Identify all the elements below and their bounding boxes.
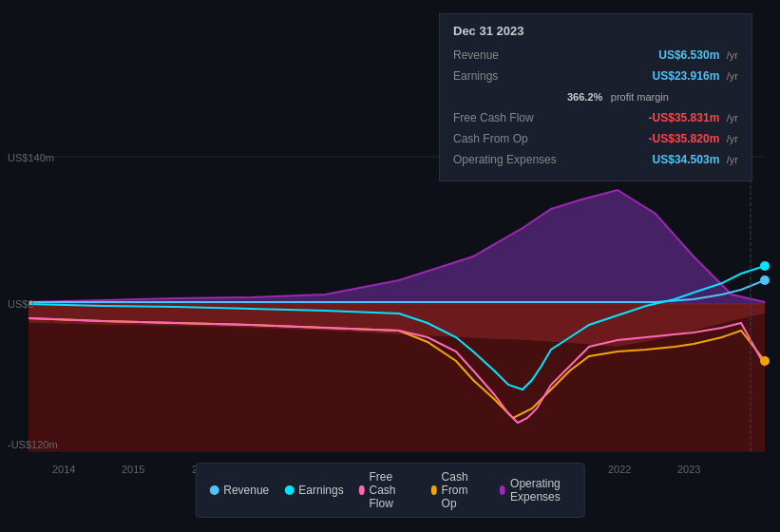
tooltip-row-cfo: Cash From Op -US$35.820m /yr <box>453 129 738 146</box>
tooltip-label-fcf: Free Cash Flow <box>453 111 567 124</box>
legend-item-fcf: Free Cash Flow <box>359 470 416 510</box>
legend-label-opex: Operating Expenses <box>510 477 571 504</box>
tooltip-unit-earnings: /yr <box>727 70 738 82</box>
chart-container: US$140m US$0 -US$120m 2014 2015 2016 201… <box>0 0 780 532</box>
svg-text:2023: 2023 <box>677 464 700 475</box>
legend-dot-earnings <box>284 485 294 495</box>
legend-item-earnings: Earnings <box>284 484 343 497</box>
svg-text:2022: 2022 <box>608 464 631 475</box>
legend-dot-opex <box>500 485 505 495</box>
legend-item-opex: Operating Expenses <box>500 477 571 504</box>
profit-margin-value: 366.2% <box>567 91 602 103</box>
svg-text:2014: 2014 <box>52 464 75 475</box>
legend-label-revenue: Revenue <box>223 484 269 497</box>
legend-dot-revenue <box>209 485 219 495</box>
tooltip-value-cfo: -US$35.820m <box>649 132 720 145</box>
legend-item-revenue: Revenue <box>209 484 269 497</box>
tooltip-row-revenue: Revenue US$6.530m /yr <box>453 46 738 63</box>
svg-point-7 <box>760 261 770 271</box>
svg-point-6 <box>760 276 770 285</box>
legend-dot-cfo <box>431 485 437 495</box>
tooltip-label-earnings: Earnings <box>453 69 567 83</box>
svg-point-8 <box>760 356 770 366</box>
tooltip-row-fcf: Free Cash Flow -US$35.831m /yr <box>453 108 738 125</box>
tooltip-unit-fcf: /yr <box>727 112 738 124</box>
tooltip-label-revenue: Revenue <box>453 48 567 62</box>
tooltip-value-revenue: US$6.530m <box>658 48 719 62</box>
legend-label-cfo: Cash From Op <box>442 470 485 510</box>
profit-margin-label: profit margin <box>611 91 669 103</box>
tooltip-value-opex: US$34.503m <box>653 153 720 166</box>
svg-text:2015: 2015 <box>122 464 144 475</box>
legend-item-cfo: Cash From Op <box>431 470 485 510</box>
legend-dot-fcf <box>359 485 365 495</box>
tooltip-title: Dec 31 2023 <box>453 24 738 38</box>
svg-text:US$0: US$0 <box>8 298 34 310</box>
tooltip-unit-revenue: /yr <box>727 49 738 61</box>
tooltip-row-earnings: Earnings US$23.916m /yr <box>453 66 738 84</box>
svg-text:-US$120m: -US$120m <box>8 439 58 450</box>
tooltip-value-earnings: US$23.916m <box>653 69 720 83</box>
tooltip-label-opex: Operating Expenses <box>453 153 567 166</box>
svg-text:US$140m: US$140m <box>8 152 54 163</box>
tooltip-label-cfo: Cash From Op <box>453 132 567 145</box>
tooltip-value-fcf: -US$35.831m <box>649 111 720 124</box>
tooltip-row-opex: Operating Expenses US$34.503m /yr <box>453 150 738 167</box>
tooltip-unit-opex: /yr <box>727 154 738 165</box>
legend-label-fcf: Free Cash Flow <box>369 470 415 510</box>
chart-legend: Revenue Earnings Free Cash Flow Cash Fro… <box>195 463 585 518</box>
tooltip-unit-cfo: /yr <box>727 133 738 144</box>
legend-label-earnings: Earnings <box>298 484 343 497</box>
data-tooltip: Dec 31 2023 Revenue US$6.530m /yr Earnin… <box>439 13 752 181</box>
